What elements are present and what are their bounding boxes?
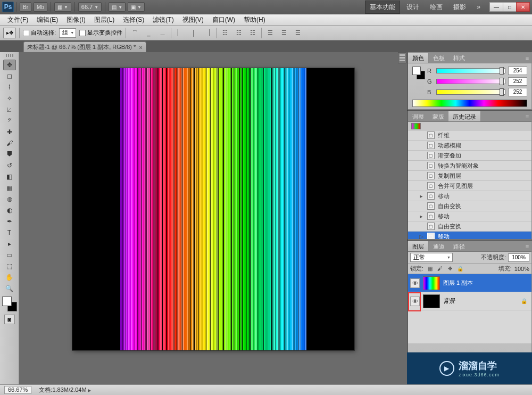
collapsed-dock[interactable]	[398, 52, 406, 63]
menu-edit[interactable]: 编辑(E)	[32, 14, 62, 26]
layer-row[interactable]: 👁 背景 🔒	[408, 292, 531, 310]
menu-file[interactable]: 文件(F)	[3, 14, 32, 26]
menu-layer[interactable]: 图层(L)	[90, 14, 119, 26]
tab-color[interactable]: 颜色	[408, 53, 429, 63]
tab-adjustments[interactable]: 调整	[408, 111, 428, 121]
lock-transparency-icon[interactable]: ▦	[426, 265, 434, 273]
arrange-button[interactable]: ▤▼	[109, 2, 126, 12]
path-select-tool[interactable]: ▸	[3, 238, 16, 249]
history-item[interactable]: ▢动感模糊	[408, 141, 531, 151]
toolbox-grip[interactable]	[2, 54, 17, 58]
document-tab[interactable]: 未标题-1 @ 66.7% (图层 1 副本, RGB/8) * ×	[23, 42, 146, 52]
lasso-tool[interactable]: ⌇	[3, 82, 16, 93]
stamp-tool[interactable]: ⛊	[3, 149, 16, 160]
close-button[interactable]: ✕	[516, 2, 530, 12]
history-brush-tool[interactable]: ↺	[3, 160, 16, 171]
color-panel-menu-icon[interactable]: ≡	[523, 53, 531, 63]
layer-thumbnail[interactable]	[423, 276, 440, 290]
history-item[interactable]: ▢自由变换	[408, 201, 531, 211]
opacity-field[interactable]: 100%	[508, 253, 529, 262]
layer-name[interactable]: 背景	[443, 297, 518, 305]
shape-tool[interactable]: ▭	[3, 250, 16, 260]
workspace-tab-design[interactable]: 设计	[402, 1, 423, 13]
dodge-tool[interactable]: ◐	[3, 205, 16, 216]
canvas-document[interactable]	[72, 68, 354, 350]
zoom-tool[interactable]: 🔍	[3, 283, 16, 294]
blend-mode-select[interactable]: 正常	[410, 253, 453, 262]
align-left-icon[interactable]: ▏	[174, 28, 185, 38]
auto-select-target[interactable]: 组	[59, 28, 76, 38]
maximize-button[interactable]: □	[503, 2, 517, 12]
menu-help[interactable]: 帮助(H)	[239, 14, 270, 26]
workspace-tab-photo[interactable]: 摄影	[449, 1, 470, 13]
wand-tool[interactable]: ✧	[3, 93, 16, 104]
screen-mode-button[interactable]: ▣▼	[128, 2, 145, 12]
brush-tool[interactable]: 🖌	[3, 138, 16, 149]
tab-paths[interactable]: 路径	[449, 241, 469, 251]
lock-all-icon[interactable]: 🔒	[456, 265, 464, 273]
minibridge-button[interactable]: Mb	[34, 2, 47, 12]
workspace-tab-essentials[interactable]: 基本功能	[365, 1, 400, 14]
align-bottom-icon[interactable]: ⎵	[157, 28, 168, 38]
bridge-button[interactable]: Br	[20, 2, 31, 12]
type-tool[interactable]: T	[3, 227, 16, 238]
crop-tool[interactable]: ⟀	[3, 104, 16, 115]
status-doc-field[interactable]: 文档:1.83M/2.04M▶	[39, 386, 90, 394]
history-panel-menu-icon[interactable]: ≡	[523, 111, 531, 121]
menu-select[interactable]: 选择(S)	[119, 14, 148, 26]
dist-left-icon[interactable]: ☰	[265, 28, 276, 38]
menu-view[interactable]: 视图(V)	[178, 14, 208, 26]
lock-pixels-icon[interactable]: 🖌	[436, 265, 444, 273]
slider-g[interactable]: G 252	[427, 77, 527, 86]
layers-panel-menu-icon[interactable]: ≡	[523, 241, 531, 251]
slider-b[interactable]: B 252	[427, 88, 527, 96]
menu-image[interactable]: 图像(I)	[62, 14, 89, 26]
history-item[interactable]: ▢渐变叠加	[408, 151, 531, 161]
pen-tool[interactable]: ✒	[3, 216, 16, 227]
fgbg-swatch[interactable]	[412, 67, 425, 79]
tab-channels[interactable]: 通道	[429, 241, 449, 251]
heal-tool[interactable]: ✚	[3, 127, 16, 137]
move-tool[interactable]: ✥	[3, 60, 16, 70]
menu-filter[interactable]: 滤镜(T)	[148, 14, 178, 26]
history-item[interactable]: ▢复制图层	[408, 171, 531, 181]
dist-bottom-icon[interactable]: ☷	[247, 28, 258, 38]
workspace-more[interactable]: »	[472, 2, 485, 12]
dist-vcenter-icon[interactable]: ☷	[234, 28, 244, 38]
align-right-icon[interactable]: ▕	[202, 28, 213, 38]
align-hcenter-icon[interactable]: │	[188, 28, 199, 38]
history-item[interactable]: ▢自由变换	[408, 221, 531, 232]
show-transform-checkbox[interactable]: 显示变换控件	[79, 29, 122, 37]
hand-tool[interactable]: ✋	[3, 272, 16, 283]
tab-history[interactable]: 历史记录	[448, 111, 481, 121]
zoom-preset[interactable]: 66.7▼	[78, 2, 102, 12]
3d-tool[interactable]: ⬚	[3, 261, 16, 271]
history-item[interactable]: ▢纤维	[408, 130, 531, 141]
visibility-toggle-icon[interactable]: 👁	[410, 278, 420, 288]
align-top-icon[interactable]: ⎴	[129, 28, 140, 38]
history-item[interactable]: ▢合并可见图层	[408, 181, 531, 191]
history-item[interactable]: ▸▢移动	[408, 211, 531, 221]
hue-strip[interactable]	[412, 100, 527, 107]
gradient-tool[interactable]: ▦	[3, 183, 16, 193]
align-vcenter-icon[interactable]: ⎯	[143, 28, 154, 38]
minimize-button[interactable]: —	[489, 2, 503, 12]
visibility-toggle-icon[interactable]: 👁	[410, 297, 420, 306]
auto-select-checkbox[interactable]: 自动选择:	[23, 29, 56, 37]
blur-tool[interactable]: ◍	[3, 194, 16, 204]
tab-styles[interactable]: 样式	[449, 53, 469, 63]
dist-hcenter-icon[interactable]: ☰	[279, 28, 289, 38]
fill-field[interactable]: 100%	[514, 266, 529, 272]
current-tool-indicator[interactable]: ▸✥	[3, 28, 16, 38]
quickmask-button[interactable]: ◙	[4, 315, 15, 324]
workspace-tab-painting[interactable]: 绘画	[426, 1, 447, 13]
view-extras-button[interactable]: ▦▼	[54, 2, 71, 12]
color-swatch[interactable]	[2, 297, 17, 311]
menu-window[interactable]: 窗口(W)	[208, 14, 239, 26]
canvas-viewport[interactable]	[19, 52, 407, 384]
history-item[interactable]: ▢转换为智能对象	[408, 161, 531, 171]
layer-thumbnail[interactable]	[423, 294, 440, 308]
dist-top-icon[interactable]: ☷	[220, 28, 230, 38]
close-tab-icon[interactable]: ×	[139, 44, 142, 51]
tab-layers[interactable]: 图层	[408, 241, 429, 251]
